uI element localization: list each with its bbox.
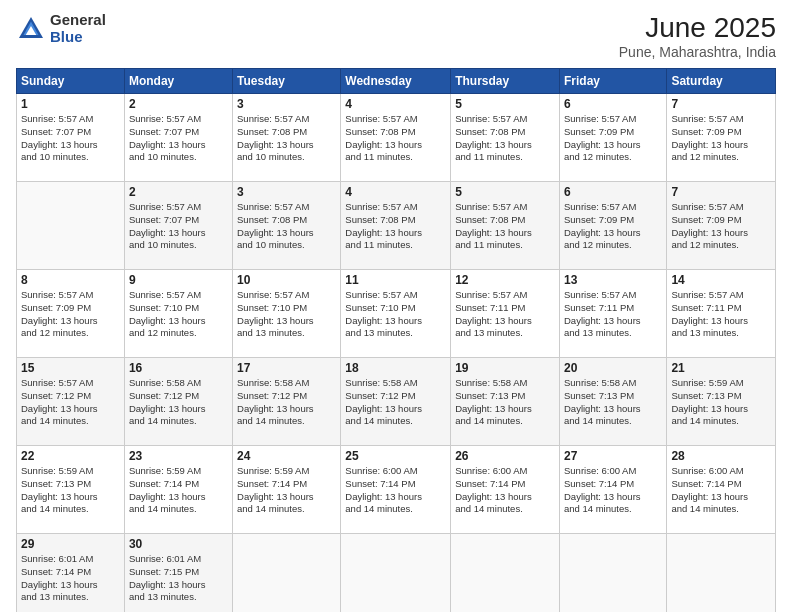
day-info: Sunrise: 5:58 AM Sunset: 7:12 PM Dayligh… xyxy=(129,377,228,428)
day-info: Sunrise: 5:57 AM Sunset: 7:09 PM Dayligh… xyxy=(564,201,662,252)
table-row xyxy=(17,182,125,270)
day-info: Sunrise: 5:57 AM Sunset: 7:11 PM Dayligh… xyxy=(564,289,662,340)
day-number: 1 xyxy=(21,97,120,111)
logo: General Blue xyxy=(16,12,106,45)
title-block: June 2025 Pune, Maharashtra, India xyxy=(619,12,776,60)
day-number: 20 xyxy=(564,361,662,375)
calendar-week-3: 15Sunrise: 5:57 AM Sunset: 7:12 PM Dayli… xyxy=(17,358,776,446)
day-number: 8 xyxy=(21,273,120,287)
table-row: 6Sunrise: 5:57 AM Sunset: 7:09 PM Daylig… xyxy=(559,182,666,270)
table-row: 28Sunrise: 6:00 AM Sunset: 7:14 PM Dayli… xyxy=(667,446,776,534)
col-header-wednesday: Wednesday xyxy=(341,69,451,94)
logo-text: General Blue xyxy=(50,12,106,45)
day-number: 17 xyxy=(237,361,336,375)
table-row xyxy=(341,534,451,613)
table-row: 12Sunrise: 5:57 AM Sunset: 7:11 PM Dayli… xyxy=(451,270,560,358)
table-row: 14Sunrise: 5:57 AM Sunset: 7:11 PM Dayli… xyxy=(667,270,776,358)
table-row: 9Sunrise: 5:57 AM Sunset: 7:10 PM Daylig… xyxy=(124,270,232,358)
day-number: 15 xyxy=(21,361,120,375)
calendar-week-1: 2Sunrise: 5:57 AM Sunset: 7:07 PM Daylig… xyxy=(17,182,776,270)
table-row: 5Sunrise: 5:57 AM Sunset: 7:08 PM Daylig… xyxy=(451,182,560,270)
table-row: 4Sunrise: 5:57 AM Sunset: 7:08 PM Daylig… xyxy=(341,94,451,182)
table-row xyxy=(559,534,666,613)
day-number: 2 xyxy=(129,185,228,199)
day-info: Sunrise: 5:57 AM Sunset: 7:11 PM Dayligh… xyxy=(671,289,771,340)
table-row: 17Sunrise: 5:58 AM Sunset: 7:12 PM Dayli… xyxy=(233,358,341,446)
day-info: Sunrise: 5:57 AM Sunset: 7:09 PM Dayligh… xyxy=(564,113,662,164)
table-row: 26Sunrise: 6:00 AM Sunset: 7:14 PM Dayli… xyxy=(451,446,560,534)
table-row: 21Sunrise: 5:59 AM Sunset: 7:13 PM Dayli… xyxy=(667,358,776,446)
table-row: 11Sunrise: 5:57 AM Sunset: 7:10 PM Dayli… xyxy=(341,270,451,358)
day-number: 27 xyxy=(564,449,662,463)
col-header-saturday: Saturday xyxy=(667,69,776,94)
table-row: 4Sunrise: 5:57 AM Sunset: 7:08 PM Daylig… xyxy=(341,182,451,270)
day-info: Sunrise: 5:59 AM Sunset: 7:13 PM Dayligh… xyxy=(21,465,120,516)
table-row: 19Sunrise: 5:58 AM Sunset: 7:13 PM Dayli… xyxy=(451,358,560,446)
logo-blue-text: Blue xyxy=(50,29,106,46)
day-info: Sunrise: 5:57 AM Sunset: 7:12 PM Dayligh… xyxy=(21,377,120,428)
day-number: 26 xyxy=(455,449,555,463)
table-row: 7Sunrise: 5:57 AM Sunset: 7:09 PM Daylig… xyxy=(667,182,776,270)
day-info: Sunrise: 5:57 AM Sunset: 7:08 PM Dayligh… xyxy=(455,201,555,252)
day-info: Sunrise: 5:57 AM Sunset: 7:10 PM Dayligh… xyxy=(237,289,336,340)
col-header-tuesday: Tuesday xyxy=(233,69,341,94)
day-number: 6 xyxy=(564,97,662,111)
subtitle: Pune, Maharashtra, India xyxy=(619,44,776,60)
table-row: 18Sunrise: 5:58 AM Sunset: 7:12 PM Dayli… xyxy=(341,358,451,446)
logo-general-text: General xyxy=(50,12,106,29)
day-info: Sunrise: 6:00 AM Sunset: 7:14 PM Dayligh… xyxy=(345,465,446,516)
day-info: Sunrise: 5:57 AM Sunset: 7:07 PM Dayligh… xyxy=(21,113,120,164)
day-info: Sunrise: 5:58 AM Sunset: 7:13 PM Dayligh… xyxy=(564,377,662,428)
calendar-week-5: 29Sunrise: 6:01 AM Sunset: 7:14 PM Dayli… xyxy=(17,534,776,613)
day-number: 11 xyxy=(345,273,446,287)
day-number: 12 xyxy=(455,273,555,287)
day-number: 5 xyxy=(455,185,555,199)
day-number: 22 xyxy=(21,449,120,463)
col-header-monday: Monday xyxy=(124,69,232,94)
day-info: Sunrise: 5:57 AM Sunset: 7:09 PM Dayligh… xyxy=(21,289,120,340)
table-row: 24Sunrise: 5:59 AM Sunset: 7:14 PM Dayli… xyxy=(233,446,341,534)
day-info: Sunrise: 5:57 AM Sunset: 7:09 PM Dayligh… xyxy=(671,113,771,164)
day-info: Sunrise: 6:01 AM Sunset: 7:14 PM Dayligh… xyxy=(21,553,120,604)
table-row: 29Sunrise: 6:01 AM Sunset: 7:14 PM Dayli… xyxy=(17,534,125,613)
main-title: June 2025 xyxy=(619,12,776,44)
day-number: 7 xyxy=(671,97,771,111)
day-info: Sunrise: 6:00 AM Sunset: 7:14 PM Dayligh… xyxy=(455,465,555,516)
day-info: Sunrise: 5:57 AM Sunset: 7:07 PM Dayligh… xyxy=(129,201,228,252)
day-number: 25 xyxy=(345,449,446,463)
day-number: 4 xyxy=(345,185,446,199)
table-row: 20Sunrise: 5:58 AM Sunset: 7:13 PM Dayli… xyxy=(559,358,666,446)
table-row: 22Sunrise: 5:59 AM Sunset: 7:13 PM Dayli… xyxy=(17,446,125,534)
table-row: 2Sunrise: 5:57 AM Sunset: 7:07 PM Daylig… xyxy=(124,94,232,182)
table-row: 10Sunrise: 5:57 AM Sunset: 7:10 PM Dayli… xyxy=(233,270,341,358)
day-info: Sunrise: 5:57 AM Sunset: 7:08 PM Dayligh… xyxy=(237,201,336,252)
table-row: 5Sunrise: 5:57 AM Sunset: 7:08 PM Daylig… xyxy=(451,94,560,182)
col-header-sunday: Sunday xyxy=(17,69,125,94)
day-number: 19 xyxy=(455,361,555,375)
day-number: 23 xyxy=(129,449,228,463)
col-header-friday: Friday xyxy=(559,69,666,94)
day-info: Sunrise: 5:58 AM Sunset: 7:12 PM Dayligh… xyxy=(345,377,446,428)
logo-icon xyxy=(16,14,46,44)
day-info: Sunrise: 5:58 AM Sunset: 7:12 PM Dayligh… xyxy=(237,377,336,428)
col-header-thursday: Thursday xyxy=(451,69,560,94)
day-info: Sunrise: 5:57 AM Sunset: 7:08 PM Dayligh… xyxy=(455,113,555,164)
day-number: 21 xyxy=(671,361,771,375)
day-number: 16 xyxy=(129,361,228,375)
day-info: Sunrise: 5:59 AM Sunset: 7:13 PM Dayligh… xyxy=(671,377,771,428)
table-row xyxy=(667,534,776,613)
day-number: 13 xyxy=(564,273,662,287)
calendar-header-row: SundayMondayTuesdayWednesdayThursdayFrid… xyxy=(17,69,776,94)
table-row: 27Sunrise: 6:00 AM Sunset: 7:14 PM Dayli… xyxy=(559,446,666,534)
day-number: 18 xyxy=(345,361,446,375)
day-number: 28 xyxy=(671,449,771,463)
day-number: 6 xyxy=(564,185,662,199)
table-row: 8Sunrise: 5:57 AM Sunset: 7:09 PM Daylig… xyxy=(17,270,125,358)
day-info: Sunrise: 6:01 AM Sunset: 7:15 PM Dayligh… xyxy=(129,553,228,604)
table-row: 23Sunrise: 5:59 AM Sunset: 7:14 PM Dayli… xyxy=(124,446,232,534)
day-number: 5 xyxy=(455,97,555,111)
day-info: Sunrise: 5:57 AM Sunset: 7:07 PM Dayligh… xyxy=(129,113,228,164)
day-number: 30 xyxy=(129,537,228,551)
day-number: 9 xyxy=(129,273,228,287)
day-number: 10 xyxy=(237,273,336,287)
